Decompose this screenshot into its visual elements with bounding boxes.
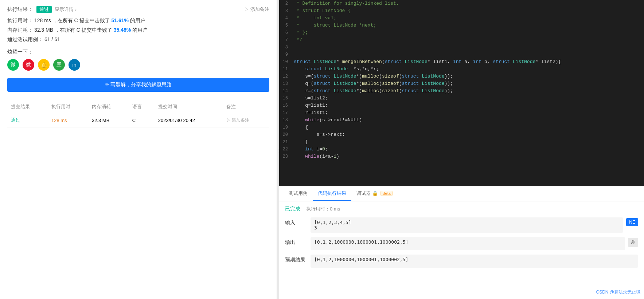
exec-time-label: 执行用时：0 ms — [306, 206, 340, 212]
notification-icon[interactable]: 🔔 — [38, 59, 50, 71]
line-content-21: } — [294, 138, 644, 146]
code-line-5: 5 * struct ListNode *next; — [279, 22, 644, 29]
line-num-6: 6 — [279, 29, 294, 36]
line-content-8 — [294, 44, 644, 51]
row-note[interactable]: ▷ 添加备注 — [223, 113, 269, 127]
line-content-17: r=list1; — [294, 109, 644, 117]
right-panel: 2 * Definition for singly-linked list. 3… — [279, 0, 644, 299]
line-num-22: 22 — [279, 146, 294, 153]
code-line-10: 10 struct ListNode* mergeInBetween(struc… — [279, 58, 644, 66]
exec-status-row: 已完成 执行用时：0 ms — [285, 206, 638, 212]
expected-row: 预期结果 [0,1,2,1000000,1000001,1000002,5] — [285, 255, 638, 268]
input-row: 输入 [0,1,2,3,4,5]3 NE — [285, 217, 638, 233]
wechat-icon[interactable]: 微 — [7, 59, 19, 71]
line-num-13: 13 — [279, 80, 294, 87]
code-line-18: 18 while(s->next!=NULL) — [279, 117, 644, 124]
code-line-23: 23 while(i<a-1) — [279, 153, 644, 160]
add-note-row-btn[interactable]: ▷ 添加备注 — [226, 117, 266, 123]
line-num-10: 10 — [279, 58, 294, 66]
col-header-result: 提交结果 — [7, 101, 48, 113]
code-line-20: 20 s=s->next; — [279, 131, 644, 138]
code-line-2: 2 * Definition for singly-linked list. — [279, 0, 644, 7]
row-result[interactable]: 通过 — [7, 113, 48, 127]
tab-debugger[interactable]: 调试器 🔒 Beta — [351, 186, 398, 201]
linkedin-icon[interactable]: in — [69, 59, 80, 71]
expected-label: 预期结果 — [285, 255, 311, 263]
mem-percent: 35.48% — [114, 27, 131, 33]
code-editor[interactable]: 2 * Definition for singly-linked list. 3… — [279, 0, 644, 186]
line-num-8: 8 — [279, 44, 294, 51]
result-badge: 通过 — [36, 6, 52, 13]
col-header-lang: 语言 — [129, 101, 155, 113]
tab-test-case[interactable]: 测试用例 — [284, 186, 313, 201]
input-new-btn[interactable]: NE — [626, 218, 638, 226]
line-num-5: 5 — [279, 22, 294, 29]
line-content-3: * struct ListNode { — [294, 7, 644, 15]
line-num-2: 2 — [279, 0, 294, 7]
line-content-5: * struct ListNode *next; — [294, 22, 644, 29]
row-lang: C — [129, 113, 155, 127]
csdn-watermark: CSDN @算法永无止境 — [596, 289, 640, 295]
line-content-16: q=list1; — [294, 102, 644, 109]
code-line-19: 19 { — [279, 124, 644, 131]
left-panel: 执行结果： 通过 显示详情 › ▷ 添加备注 执行用时： 128 ms ，在所有… — [0, 0, 277, 299]
code-line-21: 21 } — [279, 138, 644, 146]
line-content-20: s=s->next; — [294, 131, 644, 138]
line-num-18: 18 — [279, 117, 294, 124]
line-num-20: 20 — [279, 131, 294, 138]
code-line-15: 15 s=list2; — [279, 95, 644, 102]
row-submit-time: 2023/01/30 20:42 — [155, 113, 223, 127]
col-header-time: 执行用时 — [48, 101, 88, 113]
test-label: 通过测试用例： — [7, 36, 43, 42]
line-num-4: 4 — [279, 15, 294, 22]
share-label: 炫耀一下： — [7, 49, 269, 55]
mem-suffix: 的用户 — [132, 27, 148, 33]
line-num-17: 17 — [279, 109, 294, 117]
beta-badge: Beta — [380, 191, 393, 196]
code-line-7: 7 */ — [279, 36, 644, 44]
time-value: 128 ms — [34, 17, 51, 23]
mem-label: 内存消耗： — [7, 27, 33, 33]
line-content-15: s=list2; — [294, 95, 644, 102]
mem-desc: ，在所有 C 提交中击败了 — [55, 27, 112, 33]
line-num-11: 11 — [279, 66, 294, 73]
output-diff-btn[interactable]: 差 — [628, 238, 638, 247]
mem-stat-row: 内存消耗： 32.3 MB ，在所有 C 提交中击败了 35.48% 的用户 — [7, 27, 269, 34]
line-num-15: 15 — [279, 95, 294, 102]
input-value-box: [0,1,2,3,4,5]3 — [311, 217, 623, 233]
line-content-12: s=(struct ListNode*)malloc(sizeof(struct… — [294, 73, 644, 80]
output-label: 输出 — [285, 237, 311, 246]
mem-value: 32.3 MB — [34, 27, 53, 33]
row-time: 128 ms — [48, 113, 88, 127]
line-content-23: while(i<a-1) — [294, 153, 644, 160]
show-detail-link[interactable]: 显示详情 › — [55, 6, 77, 13]
code-line-13: 13 q=(struct ListNode*)malloc(sizeof(str… — [279, 80, 644, 87]
line-content-9 — [294, 51, 644, 58]
line-num-19: 19 — [279, 124, 294, 131]
line-num-12: 12 — [279, 73, 294, 80]
table-row: 通过 128 ms 32.3 MB C 2023/01/30 20:42 ▷ 添… — [7, 113, 269, 127]
test-pass-row: 通过测试用例： 61 / 61 — [7, 36, 269, 43]
add-note-header-btn[interactable]: ▷ 添加备注 — [244, 6, 269, 13]
social-icons: 微 微 🔔 豆 in — [7, 59, 269, 71]
bottom-content: 已完成 执行用时：0 ms 输入 [0,1,2,3,4,5]3 NE 输出 [0… — [279, 201, 644, 299]
time-label: 执行用时： — [7, 17, 33, 23]
weibo-icon[interactable]: 微 — [23, 59, 34, 71]
line-num-21: 21 — [279, 138, 294, 146]
code-line-12: 12 s=(struct ListNode*)malloc(sizeof(str… — [279, 73, 644, 80]
line-content-11: struct ListNode *s,*q,*r; — [294, 66, 644, 73]
code-line-4: 4 * int val; — [279, 15, 644, 22]
time-suffix: 的用户 — [130, 17, 145, 23]
write-solution-btn[interactable]: ✏ 写题解，分享我的解题思路 — [7, 78, 269, 92]
line-num-3: 3 — [279, 7, 294, 15]
line-num-9: 9 — [279, 51, 294, 58]
douban-icon[interactable]: 豆 — [53, 59, 65, 71]
output-row: 输出 [0,1,2,1000000,1000001,1000002,5] 差 — [285, 237, 638, 250]
output-value-box: [0,1,2,1000000,1000001,1000002,5] — [311, 237, 625, 250]
tab-exec-result[interactable]: 代码执行结果 — [313, 186, 351, 201]
line-num-7: 7 — [279, 36, 294, 44]
row-memory: 32.3 MB — [88, 113, 129, 127]
expected-value-box: [0,1,2,1000000,1000001,1000002,5] — [311, 255, 638, 268]
code-line-9: 9 — [279, 51, 644, 58]
col-header-submit-time: 提交时间 — [155, 101, 223, 113]
